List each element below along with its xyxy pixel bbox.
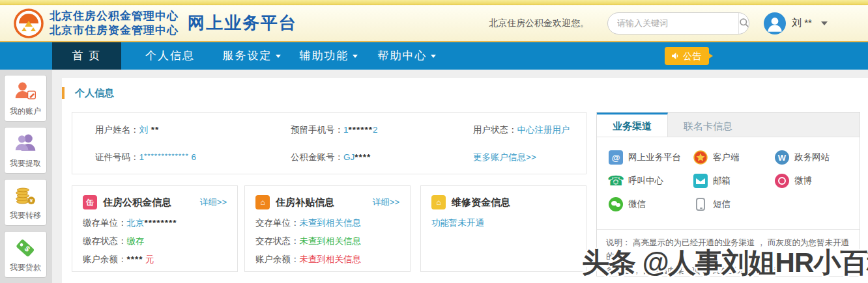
panel-tabs: 业务渠道 联名卡信息	[597, 113, 860, 137]
housing-subsidy-icon: ⌂	[255, 195, 270, 209]
channel-label: 微博	[794, 175, 812, 187]
nav-help-center-label: 帮助中心	[378, 49, 427, 62]
search-button[interactable]	[738, 13, 749, 34]
coins-icon: ¥	[14, 184, 37, 208]
sidebar-item-label: 我的账户	[10, 106, 41, 117]
nav-auxiliary-functions[interactable]: 辅助功能	[295, 42, 362, 70]
card-row: 账户余额：未查到相关信息	[255, 254, 399, 265]
sidebar-item-label: 我要贷款	[10, 262, 41, 273]
email-icon	[693, 174, 708, 188]
channel-label: 呼叫中心	[628, 175, 663, 187]
call-center-icon: ☎	[609, 174, 623, 188]
sidebar-item-label: 我要转移	[10, 210, 41, 221]
channel-label: 邮箱	[713, 175, 731, 187]
sidebar-item-label: 我要提取	[10, 158, 41, 169]
channel-sms[interactable]: 短信	[693, 197, 775, 211]
nav-auxiliary-functions-label: 辅助功能	[300, 49, 349, 62]
page-title: 个人信息	[75, 87, 114, 100]
accent-bar	[62, 87, 65, 99]
nav-personal-info[interactable]: 个人信息	[141, 42, 199, 70]
repair-fund-card: ⌂ 维修资金信息 功能暂未开通	[420, 185, 586, 272]
card-row: 缴存单位：北京********	[83, 217, 227, 229]
card-row: 交存单位：未查到相关信息	[255, 217, 399, 229]
tab-business-channels[interactable]: 业务渠道	[597, 113, 668, 137]
sidebar: 我的账户 我要提取 ¥ 我要	[0, 70, 52, 283]
sidebar-item-withdraw[interactable]: 我要提取	[4, 127, 47, 174]
account-edit-icon	[14, 80, 37, 103]
field-user-status: 用户状态：中心注册用户	[473, 124, 597, 136]
tabs-filler	[748, 113, 860, 137]
field-fund-account: 公积金账号：GJ****	[291, 152, 473, 163]
search-input[interactable]	[608, 13, 738, 34]
housing-fund-detail-link[interactable]: 详细>>	[200, 196, 227, 208]
online-platform-icon: @	[609, 150, 623, 165]
user-avatar-icon[interactable]	[764, 12, 786, 34]
people-icon	[14, 132, 37, 155]
channel-grid: @ 网上业务平台 客户端	[597, 137, 860, 211]
main-nav: 首 页 个人信息 服务设定 辅助功能 帮助中心 公告	[0, 42, 868, 70]
channel-label: 客户端	[713, 152, 740, 163]
org-name-line2: 北京市住房资金管理中心	[50, 23, 179, 37]
repair-fund-icon: ⌂	[431, 195, 446, 209]
housing-fund-icon: 缶	[83, 195, 97, 209]
nav-home[interactable]: 首 页	[52, 42, 121, 70]
sms-icon	[693, 197, 708, 211]
channel-email[interactable]: 邮箱	[693, 174, 775, 188]
search-icon	[739, 18, 749, 29]
profile-panel: 用户姓名：刘 ** 预留手机号：1******2 用户状态：中心注册用户 证件号…	[72, 112, 586, 174]
field-id-number: 证件号码：1************* 6	[95, 152, 291, 163]
field-phone: 预留手机号：1******2	[291, 124, 473, 136]
org-name: 北京住房公积金管理中心 北京市住房资金管理中心	[50, 9, 179, 37]
org-seal-icon	[13, 8, 44, 39]
sidebar-item-my-account[interactable]: 我的账户	[4, 75, 47, 122]
channel-gov-website[interactable]: W 政务网站	[775, 150, 853, 165]
more-account-info-link[interactable]: 更多账户信息>>	[473, 152, 597, 163]
field-user-name: 用户姓名：刘 **	[95, 124, 291, 136]
price-tag-icon: $	[14, 236, 37, 260]
tab-cobranded-card-info[interactable]: 联名卡信息	[668, 113, 748, 137]
announcement-label: 公告	[683, 47, 701, 65]
channel-call-center[interactable]: ☎ 呼叫中心	[609, 174, 693, 188]
sidebar-item-loan[interactable]: $ 我要贷款	[4, 231, 47, 278]
card-row: 交存状态：未查到相关信息	[255, 236, 399, 247]
nav-service-settings[interactable]: 服务设定	[219, 42, 284, 70]
nav-help-center[interactable]: 帮助中心	[373, 42, 441, 70]
channel-label: 网上业务平台	[628, 152, 681, 163]
username[interactable]: 刘 **	[792, 17, 812, 29]
watermark: 头条 @人事刘姐HR小百科	[582, 245, 868, 281]
welcome-text: 北京住房公积金欢迎您。	[489, 18, 589, 29]
gov-website-icon: W	[775, 150, 789, 165]
client-app-icon	[693, 150, 708, 165]
card-title: 维修资金信息	[452, 196, 510, 209]
search-box	[607, 12, 749, 34]
housing-subsidy-card: ⌂ 住房补贴信息 详细>> 交存单位：未查到相关信息 交存状态：未查到相关信息 …	[244, 185, 411, 272]
svg-text:¥: ¥	[30, 198, 33, 204]
weibo-icon	[775, 174, 789, 188]
channel-label: 短信	[713, 198, 731, 210]
speaker-icon	[671, 51, 680, 61]
wechat-icon	[609, 197, 623, 211]
channel-label: 政务网站	[794, 152, 830, 163]
card-row: 账户余额：**** 元	[83, 254, 227, 265]
org-name-line1: 北京住房公积金管理中心	[50, 9, 179, 23]
card-title: 住房补贴信息	[276, 196, 334, 209]
header-right: 北京住房公积金欢迎您。 刘 **	[489, 5, 828, 41]
section-header: 个人信息	[62, 86, 114, 100]
channel-weibo[interactable]: 微博	[775, 174, 853, 188]
channel-wechat[interactable]: 微信	[609, 197, 693, 211]
sidebar-item-transfer[interactable]: ¥ 我要转移	[4, 179, 47, 226]
chevron-down-icon	[353, 55, 358, 58]
channel-client-app[interactable]: 客户端	[693, 150, 775, 165]
announcement-button[interactable]: 公告	[665, 47, 709, 65]
header: 北京住房公积金管理中心 北京市住房资金管理中心 网上业务平台 北京住房公积金欢迎…	[0, 5, 868, 42]
chevron-down-icon	[431, 55, 436, 58]
channel-online-platform[interactable]: @ 网上业务平台	[609, 150, 693, 165]
top-gold-strip	[0, 0, 868, 5]
chevron-down-icon[interactable]	[821, 21, 828, 25]
platform-title: 网上业务平台	[188, 12, 297, 34]
channel-label: 微信	[628, 198, 646, 210]
card-row: 缴存状态：缴存	[83, 236, 227, 247]
housing-subsidy-detail-link[interactable]: 详细>>	[373, 196, 399, 208]
housing-fund-card: 缶 住房公积金信息 详细>> 缴存单位：北京******** 缴存状态：缴存 账…	[72, 185, 238, 272]
card-message: 功能暂未开通	[431, 217, 575, 229]
